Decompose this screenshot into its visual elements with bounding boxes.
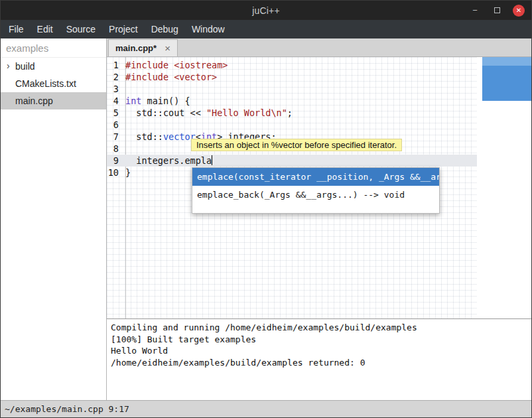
completion-popup: emplace(const_iterator __position, _Args… <box>192 167 440 214</box>
code-text: integers.empla <box>122 155 212 167</box>
tab-bar: main.cpp* × <box>107 38 531 57</box>
line-number: 10 <box>107 167 122 178</box>
file-name: main.cpp <box>15 96 53 106</box>
tab-main-cpp[interactable]: main.cpp* × <box>108 39 178 56</box>
restore-button[interactable] <box>491 5 503 17</box>
code-text <box>122 143 125 155</box>
menu-bar: FileEditSourceProjectDebugWindow <box>1 20 531 38</box>
menu-item-edit[interactable]: Edit <box>31 20 60 38</box>
code-text: int main() { <box>122 95 190 107</box>
menu-item-window[interactable]: Window <box>185 20 232 38</box>
code-text: } <box>122 167 131 178</box>
code-text <box>122 119 125 131</box>
text-cursor <box>212 155 212 165</box>
project-name: examples <box>1 38 106 58</box>
file-name: CMakeLists.txt <box>15 78 76 89</box>
line-number: 9 <box>107 155 122 167</box>
main-area: examples ›buildCMakeLists.txtmain.cpp ma… <box>1 38 531 400</box>
menu-item-file[interactable]: File <box>2 20 31 38</box>
code-text: #include <vector> <box>122 71 217 83</box>
line-number: 5 <box>107 107 122 119</box>
code-line[interactable]: 9 integers.empla <box>107 155 477 167</box>
output-panel: Compiling and running /home/eidheim/exam… <box>107 318 531 400</box>
menu-item-project[interactable]: Project <box>102 20 145 38</box>
window-title: juCi++ <box>1 5 531 16</box>
completion-item[interactable]: emplace(const_iterator __position, _Args… <box>192 168 439 186</box>
code-line[interactable]: 5 std::cout << "Hello World\n"; <box>107 107 477 119</box>
code-text: #include <iostream> <box>122 59 228 71</box>
expander-icon[interactable]: › <box>7 60 10 71</box>
code-line[interactable]: 4int main() { <box>107 95 477 107</box>
menu-item-source[interactable]: Source <box>60 20 102 38</box>
file-name: build <box>15 61 35 72</box>
tree-item-main-cpp[interactable]: main.cpp <box>1 92 106 109</box>
code-text: std::cout << "Hello World\n"; <box>122 107 293 119</box>
file-explorer: examples ›buildCMakeLists.txtmain.cpp <box>1 38 107 400</box>
restore-icon <box>494 7 500 13</box>
app-window: juCi++ − ✕ FileEditSourceProjectDebugWin… <box>0 0 532 418</box>
code-line[interactable]: 2#include <vector> <box>107 71 477 83</box>
line-number: 1 <box>107 59 122 71</box>
code-editor[interactable]: 1#include <iostream>2#include <vector>34… <box>107 57 531 318</box>
line-number: 8 <box>107 143 122 155</box>
title-bar: juCi++ − ✕ <box>1 1 531 20</box>
file-tree: ›buildCMakeLists.txtmain.cpp <box>1 58 106 109</box>
doc-tooltip: Inserts an object in %vector before spec… <box>191 139 402 151</box>
output-line: [100%] Built target examples <box>111 334 527 346</box>
minimize-button[interactable]: − <box>469 5 481 17</box>
output-line: Compiling and running /home/eidheim/exam… <box>111 322 527 334</box>
code-line[interactable]: 6 <box>107 119 477 131</box>
output-line: Hello World <box>111 345 527 357</box>
code-lines: 1#include <iostream>2#include <vector>34… <box>107 59 477 178</box>
status-text: ~/examples/main.cpp 9:17 <box>5 404 129 414</box>
status-bar: ~/examples/main.cpp 9:17 <box>1 400 531 417</box>
scrollbar-track <box>482 57 531 66</box>
line-number: 3 <box>107 83 122 95</box>
close-button[interactable]: ✕ <box>513 5 525 17</box>
code-line[interactable]: 1#include <iostream> <box>107 59 477 71</box>
scrollbar-map[interactable] <box>482 57 531 101</box>
output-line: /home/eidheim/examples/build/examples re… <box>111 357 527 369</box>
tab-close-icon[interactable]: × <box>165 43 170 53</box>
tab-label: main.cpp* <box>115 43 157 53</box>
line-number: 6 <box>107 119 122 131</box>
line-number: 4 <box>107 95 122 107</box>
line-number: 7 <box>107 131 122 143</box>
line-number: 2 <box>107 71 122 83</box>
window-controls: − ✕ <box>469 1 525 20</box>
tree-item-cmakelists-txt[interactable]: CMakeLists.txt <box>1 75 106 92</box>
tree-item-build[interactable]: ›build <box>1 58 106 75</box>
editor-column: main.cpp* × 1#include <iostream>2#includ… <box>107 38 531 400</box>
scrollbar-thumb[interactable] <box>482 66 531 101</box>
menu-item-debug[interactable]: Debug <box>145 20 185 38</box>
code-line[interactable]: 3 <box>107 83 477 95</box>
code-text <box>122 83 125 95</box>
completion-item[interactable]: emplace_back(_Args &&__args...) --> void <box>192 186 439 204</box>
